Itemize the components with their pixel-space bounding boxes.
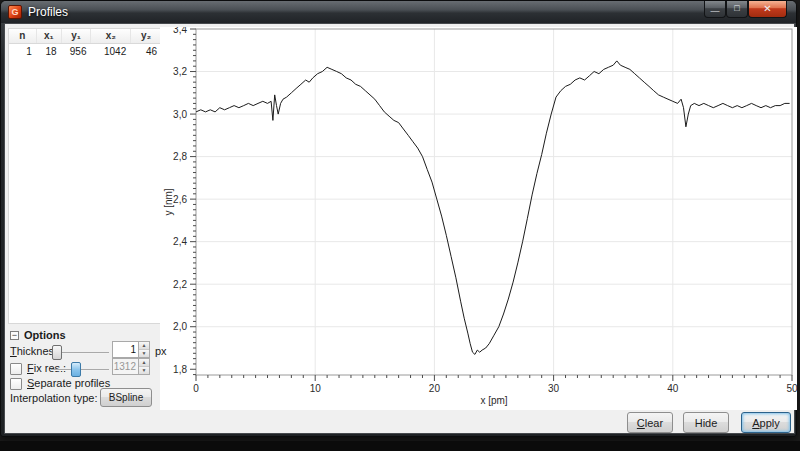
svg-text:2,0: 2,0 xyxy=(173,321,187,332)
svg-text:y [nm]: y [nm] xyxy=(163,188,174,215)
fix-res-slider[interactable] xyxy=(51,361,109,378)
options-title: Options xyxy=(24,329,66,341)
separate-profiles-label: Separate profiles xyxy=(27,377,110,389)
cell-y2: 46 xyxy=(131,44,162,59)
svg-text:x [pm]: x [pm] xyxy=(480,395,507,406)
fix-res-spinbox: ▲ ▼ xyxy=(112,358,150,375)
spin-down-icon[interactable]: ▼ xyxy=(139,367,149,374)
window-title: Profiles xyxy=(28,5,68,19)
options-expander[interactable]: − Options xyxy=(10,329,66,341)
close-button[interactable]: ✕ xyxy=(748,1,787,18)
titlebar[interactable]: G Profiles — □ ✕ xyxy=(1,1,796,23)
svg-text:2,4: 2,4 xyxy=(173,236,187,247)
svg-text:3,0: 3,0 xyxy=(173,109,187,120)
spin-up-icon[interactable]: ▲ xyxy=(139,359,149,367)
fix-res-slider-handle[interactable] xyxy=(71,362,81,377)
fix-res-input[interactable] xyxy=(113,359,138,374)
profiles-window: G Profiles — □ ✕ n x₁ y₁ x₂ y₂ 1 18 956 … xyxy=(0,0,797,437)
dialog-client-area: n x₁ y₁ x₂ y₂ 1 18 956 1042 46 010203040… xyxy=(4,23,795,434)
svg-text:3,4: 3,4 xyxy=(173,27,187,35)
clear-button[interactable]: Clear xyxy=(627,412,673,433)
taskbar-strip xyxy=(0,441,800,451)
separate-profiles-checkbox[interactable] xyxy=(10,378,22,390)
spin-down-icon[interactable]: ▼ xyxy=(139,350,149,357)
gwyddion-app-icon: G xyxy=(8,5,22,19)
table-header: n x₁ y₁ x₂ y₂ xyxy=(9,29,162,44)
column-header-y2: y₂ xyxy=(131,29,162,43)
cell-y1: 956 xyxy=(62,44,92,59)
svg-text:30: 30 xyxy=(548,383,560,394)
profile-table: n x₁ y₁ x₂ y₂ 1 18 956 1042 46 xyxy=(8,28,163,324)
profile-plot: 010203040503,43,23,02,82,62,42,22,01,8x … xyxy=(160,27,797,410)
svg-text:2,8: 2,8 xyxy=(173,151,187,162)
column-header-x1: x₁ xyxy=(37,29,62,43)
interpolation-label: Interpolation type: xyxy=(10,392,97,404)
hide-button[interactable]: Hide xyxy=(683,412,729,433)
spin-up-icon[interactable]: ▲ xyxy=(139,342,149,350)
thickness-slider[interactable] xyxy=(51,344,109,361)
minimize-button[interactable]: — xyxy=(704,1,726,18)
profile-graph: 010203040503,43,23,02,82,62,42,22,01,8x … xyxy=(160,27,797,410)
cell-n: 1 xyxy=(9,44,37,59)
svg-text:40: 40 xyxy=(667,383,679,394)
column-header-x2: x₂ xyxy=(91,29,131,43)
interpolation-dropdown[interactable]: BSpline xyxy=(100,388,152,407)
collapse-icon: − xyxy=(10,331,19,340)
column-header-y1: y₁ xyxy=(62,29,92,43)
thickness-unit: px xyxy=(155,345,167,357)
cell-x2: 1042 xyxy=(91,44,131,59)
apply-button[interactable]: Apply xyxy=(741,412,791,433)
thickness-slider-handle[interactable] xyxy=(52,345,62,360)
svg-text:3,2: 3,2 xyxy=(173,66,187,77)
svg-text:1,8: 1,8 xyxy=(173,364,187,375)
svg-text:2,6: 2,6 xyxy=(173,194,187,205)
maximize-button[interactable]: □ xyxy=(726,1,748,18)
cell-x1: 18 xyxy=(37,44,62,59)
thickness-spinbox: ▲ ▼ xyxy=(112,341,150,358)
table-row[interactable]: 1 18 956 1042 46 xyxy=(9,44,162,59)
fix-res-checkbox[interactable] xyxy=(10,363,22,375)
svg-text:2,2: 2,2 xyxy=(173,279,187,290)
column-header-n: n xyxy=(9,29,37,43)
svg-text:10: 10 xyxy=(310,383,322,394)
svg-text:0: 0 xyxy=(193,383,199,394)
thickness-input[interactable] xyxy=(113,342,138,357)
svg-text:50: 50 xyxy=(786,383,797,394)
svg-text:20: 20 xyxy=(429,383,441,394)
